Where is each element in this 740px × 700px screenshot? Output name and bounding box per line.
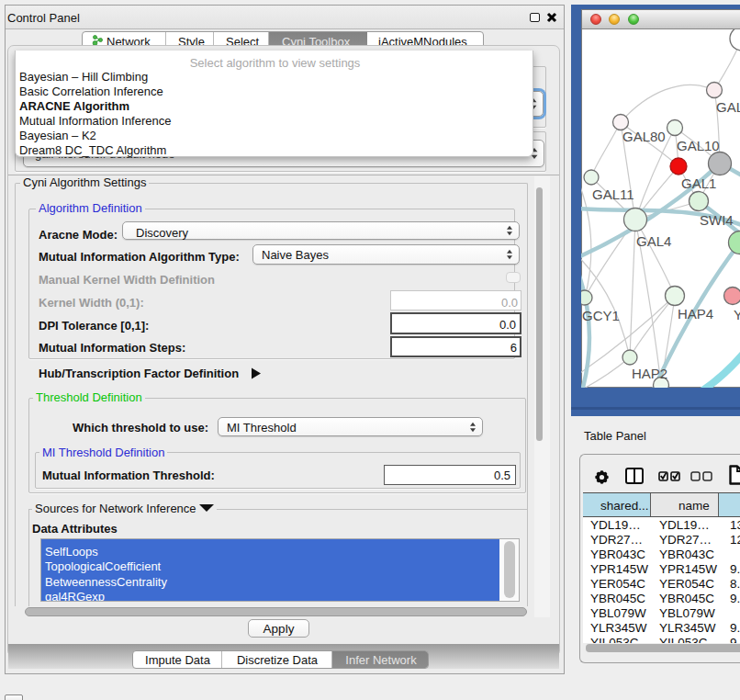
svg-text:GAL80: GAL80 <box>622 129 666 144</box>
svg-text:GAL4: GAL4 <box>636 233 671 249</box>
svg-text:GAL11: GAL11 <box>592 186 634 202</box>
svg-text:GCY1: GCY1 <box>582 308 620 323</box>
svg-text:GAL10: GAL10 <box>677 138 720 153</box>
svg-text:YJ: YJ <box>734 307 740 322</box>
svg-text:GAL1: GAL1 <box>681 175 716 191</box>
svg-text:GAL7: GAL7 <box>716 99 740 115</box>
svg-text:HAP4: HAP4 <box>678 306 713 322</box>
svg-text:SWI4: SWI4 <box>700 212 734 228</box>
svg-text:HAP2: HAP2 <box>632 366 667 381</box>
